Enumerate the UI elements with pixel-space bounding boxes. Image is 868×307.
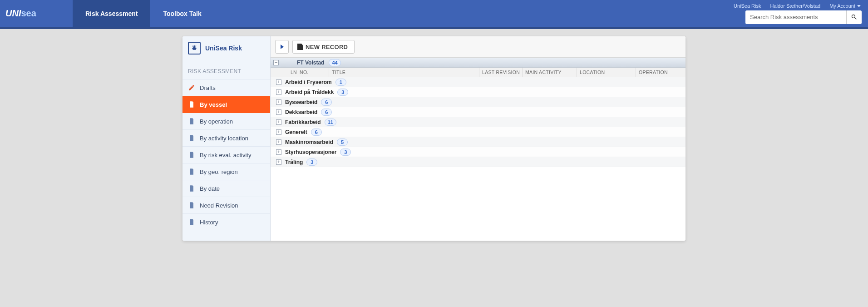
main-panel: NEW RECORD FT Volstad 44 LN NO. TITLE LA… bbox=[271, 36, 686, 241]
doc-icon bbox=[188, 101, 195, 108]
sidebar-item[interactable]: Drafts bbox=[182, 79, 270, 96]
doc-icon bbox=[188, 185, 195, 192]
row-title: Styrhusoperasjoner bbox=[285, 149, 336, 155]
search-input[interactable] bbox=[745, 10, 846, 24]
group-name: FT Volstad bbox=[297, 59, 324, 66]
expand-row-button[interactable] bbox=[276, 129, 281, 135]
doc-icon bbox=[188, 168, 195, 175]
collapse-group-button[interactable] bbox=[273, 60, 279, 65]
row-count-badge: 3 bbox=[340, 149, 351, 156]
table-row[interactable]: Dekksarbeid6 bbox=[271, 107, 686, 117]
table-row[interactable]: Generelt6 bbox=[271, 127, 686, 137]
logo-text-a: UNI bbox=[5, 8, 21, 18]
sidebar-item[interactable]: By operation bbox=[182, 113, 270, 129]
search-button[interactable] bbox=[846, 10, 862, 24]
table-row[interactable]: Tråling3 bbox=[271, 157, 686, 167]
sidebar: UniSea Risk RISK ASSESSMENT DraftsBy ves… bbox=[182, 36, 271, 241]
top-links: UniSea Risk Haldor Sæther/Volstad My Acc… bbox=[734, 3, 862, 9]
table-row[interactable]: Maskinromsarbeid5 bbox=[271, 137, 686, 147]
row-title: Tråling bbox=[285, 159, 303, 165]
main-card: UniSea Risk RISK ASSESSMENT DraftsBy ves… bbox=[182, 36, 686, 241]
doc-icon bbox=[188, 118, 195, 125]
row-count-badge: 6 bbox=[321, 99, 332, 106]
new-record-label: NEW RECORD bbox=[306, 44, 348, 50]
doc-icon bbox=[188, 202, 195, 209]
tab-label: Risk Assessment bbox=[85, 10, 138, 17]
doc-icon bbox=[188, 134, 195, 142]
sidebar-item-label: By risk eval. activity bbox=[200, 152, 251, 158]
table-body: Arbeid i Fryserom1Arbeid på Tråldekk3Bys… bbox=[271, 77, 686, 167]
col-operation: OPERATION bbox=[636, 68, 686, 77]
sidebar-item[interactable]: History bbox=[182, 213, 270, 230]
expand-row-button[interactable] bbox=[276, 89, 281, 95]
sidebar-item[interactable]: By vessel bbox=[182, 96, 270, 113]
topbar: UNIsea Risk Assessment Toolbox Talk UniS… bbox=[0, 0, 868, 29]
balance-icon bbox=[188, 42, 201, 54]
doc-icon bbox=[188, 151, 195, 158]
expand-row-button[interactable] bbox=[276, 159, 281, 165]
sidebar-item[interactable]: Need Revision bbox=[182, 197, 270, 213]
sidebar-item[interactable]: By date bbox=[182, 180, 270, 197]
row-title: Fabrikkarbeid bbox=[285, 119, 321, 125]
link-account[interactable]: My Account bbox=[829, 3, 861, 9]
sidebar-item[interactable]: By activity location bbox=[182, 129, 270, 146]
row-title: Byssearbeid bbox=[285, 99, 317, 105]
module-title: UniSea Risk bbox=[205, 45, 242, 52]
logo: UNIsea bbox=[0, 0, 73, 27]
tab-toolbox-talk[interactable]: Toolbox Talk bbox=[150, 0, 214, 27]
link-user[interactable]: Haldor Sæther/Volstad bbox=[770, 3, 820, 9]
link-account-label: My Account bbox=[829, 3, 855, 9]
table-row[interactable]: Arbeid i Fryserom1 bbox=[271, 77, 686, 87]
sidebar-item-label: By geo. region bbox=[200, 168, 238, 175]
col-no: NO. bbox=[297, 69, 329, 75]
sidebar-section-label: RISK ASSESSMENT bbox=[182, 61, 270, 79]
row-title: Maskinromsarbeid bbox=[285, 139, 333, 145]
row-count-badge: 5 bbox=[337, 139, 348, 146]
pencil-icon bbox=[188, 84, 195, 91]
expand-toggle-button[interactable] bbox=[275, 40, 289, 54]
new-record-button[interactable]: NEW RECORD bbox=[292, 40, 355, 54]
row-count-badge: 3 bbox=[306, 158, 317, 166]
expand-row-button[interactable] bbox=[276, 149, 281, 155]
doc-icon bbox=[188, 218, 195, 226]
table-row[interactable]: Arbeid på Tråldekk3 bbox=[271, 87, 686, 97]
row-title: Generelt bbox=[285, 129, 307, 135]
file-icon bbox=[297, 44, 303, 50]
search-icon bbox=[851, 14, 858, 20]
expand-row-button[interactable] bbox=[276, 109, 281, 115]
table-row[interactable]: Byssearbeid6 bbox=[271, 97, 686, 107]
tab-risk-assessment[interactable]: Risk Assessment bbox=[73, 0, 150, 27]
nav-list: DraftsBy vesselBy operationBy activity l… bbox=[182, 79, 270, 230]
row-count-badge: 6 bbox=[321, 109, 332, 116]
row-count-badge: 1 bbox=[335, 79, 346, 86]
triangle-right-icon bbox=[281, 45, 284, 49]
group-count-badge: 44 bbox=[329, 59, 340, 66]
row-count-badge: 3 bbox=[337, 89, 348, 96]
expand-row-button[interactable] bbox=[276, 139, 281, 145]
expand-row-button[interactable] bbox=[276, 119, 281, 125]
sidebar-item-label: History bbox=[200, 219, 218, 226]
expand-row-button[interactable] bbox=[276, 79, 281, 85]
sidebar-item-label: By activity location bbox=[200, 135, 248, 142]
top-right: UniSea Risk Haldor Sæther/Volstad My Acc… bbox=[734, 0, 862, 27]
table-row[interactable]: Styrhusoperasjoner3 bbox=[271, 147, 686, 157]
table-row[interactable]: Fabrikkarbeid11 bbox=[271, 117, 686, 127]
module-header: UniSea Risk bbox=[182, 36, 270, 61]
logo-text-b: sea bbox=[21, 8, 36, 18]
group-bar: FT Volstad 44 bbox=[271, 58, 686, 68]
top-nav-tabs: Risk Assessment Toolbox Talk bbox=[73, 0, 214, 27]
sidebar-item-label: Need Revision bbox=[200, 202, 238, 209]
chevron-down-icon bbox=[857, 5, 861, 7]
sidebar-item[interactable]: By geo. region bbox=[182, 163, 270, 180]
search bbox=[745, 10, 862, 24]
col-ln: LN bbox=[284, 69, 297, 75]
col-last-revision: LAST REVISION bbox=[479, 68, 522, 77]
expand-row-button[interactable] bbox=[276, 99, 281, 105]
sidebar-item[interactable]: By risk eval. activity bbox=[182, 146, 270, 163]
row-count-badge: 11 bbox=[325, 119, 336, 126]
sidebar-item-label: Drafts bbox=[200, 84, 216, 91]
tab-label: Toolbox Talk bbox=[163, 10, 201, 17]
link-app[interactable]: UniSea Risk bbox=[734, 3, 761, 9]
col-title: TITLE bbox=[329, 68, 479, 77]
row-count-badge: 6 bbox=[311, 129, 322, 136]
